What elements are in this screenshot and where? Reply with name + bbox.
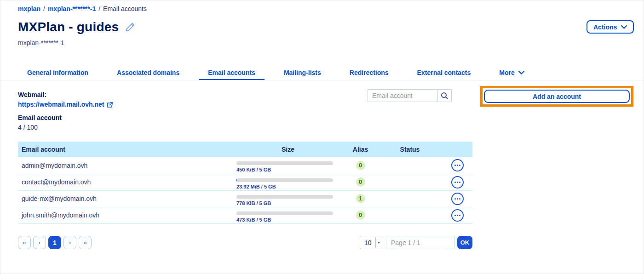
page-size-value: 10	[360, 236, 375, 249]
actions-button-label: Actions	[593, 23, 617, 31]
select-dropdown-arrow-icon: ▾	[375, 237, 382, 248]
breadcrumb: mxplan/mxplan-*******-1/Email accounts	[18, 5, 147, 12]
page-title: MXPlan - guides	[18, 20, 119, 34]
alias-count-badge: 0	[356, 161, 365, 170]
row-actions-ellipsis-button[interactable]	[451, 209, 464, 222]
status-cell	[378, 207, 442, 223]
quota-progress-bar	[236, 178, 333, 182]
search-icon	[441, 92, 448, 100]
chevron-down-icon	[621, 25, 627, 29]
highlight-box: Add an account	[480, 86, 633, 107]
size-cell: 473 KiB / 5 GB	[233, 207, 343, 223]
status-cell	[378, 157, 442, 174]
email-account-count-value: 4 / 100	[18, 123, 113, 132]
webmail-label: Webmail:	[18, 90, 113, 100]
page-size-select[interactable]: 10 ▾	[360, 236, 383, 249]
table-row: john.smith@mydomain.ovh 473 KiB / 5 GB 0	[18, 207, 472, 223]
quota-progress-bar	[236, 195, 333, 199]
pagination-ok-button[interactable]: OK	[457, 236, 472, 249]
pagination-prev-button[interactable]: ‹	[33, 236, 46, 249]
breadcrumb-link-mxplan[interactable]: mxplan	[18, 5, 40, 12]
row-actions-ellipsis-button[interactable]	[451, 176, 464, 188]
tab-more[interactable]: More	[499, 65, 524, 80]
column-header-status: Status	[378, 142, 442, 157]
alias-count-badge: 0	[356, 177, 365, 187]
pagination: « ‹ 1 › »	[18, 236, 92, 249]
mxplan-email-accounts-page: mxplan/mxplan-*******-1/Email accounts M…	[0, 0, 644, 274]
pagination-controls: 10 ▾ OK	[360, 236, 472, 249]
email-account-count-label: Email account	[18, 113, 113, 123]
search-button[interactable]	[437, 90, 451, 102]
pagination-next-button[interactable]: ›	[63, 236, 76, 249]
quota-label: 778 KiB / 5 GB	[236, 200, 339, 206]
pagination-page-1-button[interactable]: 1	[48, 236, 61, 249]
row-actions-ellipsis-button[interactable]	[451, 159, 464, 171]
quota-progress-bar	[236, 161, 333, 165]
actions-button[interactable]: Actions	[586, 20, 634, 34]
webmail-link[interactable]: https://webmail.mail.ovh.net	[18, 100, 113, 109]
table-header-row: Email account Size Alias Status	[18, 142, 472, 157]
tab-redirections[interactable]: Redirections	[350, 65, 389, 80]
size-cell: 778 KiB / 5 GB	[233, 190, 343, 207]
alias-count-badge: 0	[356, 211, 365, 220]
status-cell	[378, 174, 442, 190]
column-header-size: Size	[233, 142, 343, 157]
chevron-down-icon	[518, 71, 524, 74]
alias-count-badge: 1	[356, 194, 365, 203]
row-actions-ellipsis-button[interactable]	[451, 193, 464, 205]
column-header-email-account: Email account	[18, 142, 233, 157]
tab-external-contacts[interactable]: External contacts	[417, 65, 471, 80]
tab-associated-domains[interactable]: Associated domains	[117, 65, 179, 80]
email-address: admin@mydomain.ovh	[18, 157, 233, 174]
quota-label: 473 KiB / 5 GB	[236, 217, 339, 223]
external-link-icon	[107, 102, 113, 108]
quota-label: 450 KiB / 5 GB	[236, 167, 339, 172]
quota-label: 23.92 MiB / 5 GB	[236, 184, 339, 189]
edit-pencil-icon[interactable]	[125, 22, 135, 32]
breadcrumb-link-service[interactable]: mxplan-*******-1	[48, 5, 96, 12]
email-address: john.smith@mydomain.ovh	[18, 207, 233, 223]
tab-bar: General information Associated domains E…	[0, 65, 644, 80]
breadcrumb-separator: /	[98, 5, 100, 12]
table-row: admin@mydomain.ovh 450 KiB / 5 GB 0	[18, 157, 472, 174]
size-cell: 23.92 MiB / 5 GB	[233, 174, 343, 190]
table-row: guide-mx@mydomain.ovh 778 KiB / 5 GB 1	[18, 190, 472, 207]
email-address: contact@mydomain.ovh	[18, 174, 233, 190]
tab-mailing-lists[interactable]: Mailing-lists	[284, 65, 321, 80]
column-header-alias: Alias	[343, 142, 378, 157]
email-account-search	[368, 89, 452, 102]
add-account-button[interactable]: Add an account	[484, 90, 630, 103]
table-row: contact@mydomain.ovh 23.92 MiB / 5 GB 0	[18, 174, 472, 190]
page-number-input[interactable]	[386, 236, 455, 249]
service-id-subtitle: mxplan-*******-1	[18, 39, 64, 46]
breadcrumb-current: Email accounts	[103, 5, 147, 12]
account-info-block: Webmail: https://webmail.mail.ovh.net Em…	[18, 90, 113, 132]
tab-email-accounts[interactable]: Email accounts	[208, 65, 255, 80]
email-address: guide-mx@mydomain.ovh	[18, 190, 233, 207]
search-input[interactable]	[368, 90, 437, 102]
size-cell: 450 KiB / 5 GB	[233, 157, 343, 174]
breadcrumb-separator: /	[43, 5, 45, 12]
tab-general-information[interactable]: General information	[27, 65, 88, 80]
pagination-first-button[interactable]: «	[18, 236, 31, 249]
pagination-last-button[interactable]: »	[79, 236, 92, 249]
status-cell	[378, 190, 442, 207]
column-header-actions	[442, 142, 472, 157]
title-row: MXPlan - guides	[18, 20, 135, 34]
quota-progress-bar	[236, 211, 333, 215]
email-accounts-table: Email account Size Alias Status admin@my…	[18, 142, 472, 224]
